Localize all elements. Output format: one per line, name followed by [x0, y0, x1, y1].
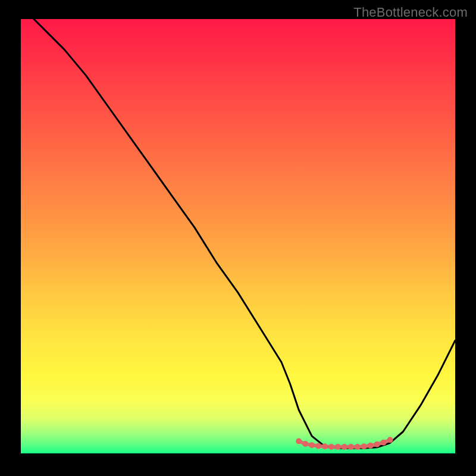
chart-frame: TheBottleneck.com [0, 0, 476, 476]
svg-point-1 [302, 441, 308, 447]
svg-point-6 [335, 444, 341, 450]
svg-point-0 [296, 439, 302, 444]
watermark-text: TheBottleneck.com [353, 5, 468, 20]
plot-area [21, 19, 455, 453]
optimal-zone-markers [296, 437, 393, 450]
svg-point-7 [342, 444, 347, 450]
svg-point-10 [361, 443, 367, 449]
curve-svg [21, 19, 455, 453]
svg-point-9 [355, 444, 361, 450]
svg-point-8 [348, 444, 354, 450]
svg-point-12 [374, 441, 380, 447]
svg-point-4 [322, 443, 328, 449]
svg-point-3 [315, 443, 321, 449]
bottleneck-curve [34, 19, 455, 448]
svg-point-2 [309, 442, 315, 448]
svg-point-5 [328, 444, 334, 450]
svg-point-13 [381, 440, 387, 446]
svg-point-14 [387, 437, 393, 443]
svg-point-11 [368, 443, 374, 449]
